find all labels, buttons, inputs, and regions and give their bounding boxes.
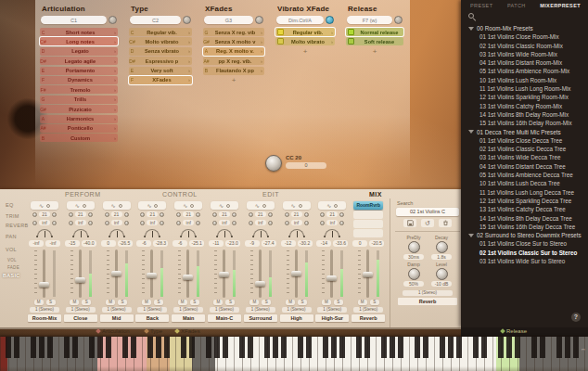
eq-button[interactable]: ∿	[103, 201, 131, 210]
pan-control[interactable]	[181, 229, 196, 237]
preset-list-item[interactable]: 02 1st Violins Classic Sur to Stereo	[461, 249, 588, 257]
peak-value[interactable]: -inf	[45, 240, 60, 247]
articulation-chip[interactable]: DLegato›	[40, 47, 118, 56]
midi-learn-icon[interactable]	[326, 16, 334, 24]
peak-value[interactable]: -30.2	[298, 240, 313, 247]
legend-tag-articulation[interactable]: Articulation	[96, 328, 130, 334]
xfades-chip[interactable]: A#pp X reg. vib.›	[203, 57, 264, 65]
send-knob-left[interactable]	[140, 221, 145, 225]
articulation-chip[interactable]: AHarmonics›	[40, 115, 118, 123]
trim-knob-left[interactable]	[140, 212, 145, 217]
mute-button[interactable]: M	[249, 300, 259, 305]
send-knob-left[interactable]	[249, 221, 253, 225]
knob-value[interactable]: -10 dB	[431, 281, 452, 287]
empty-insert-slot[interactable]	[353, 211, 383, 219]
keyswitch-articulation[interactable]	[97, 337, 147, 371]
eq-button[interactable]: ∿	[174, 201, 202, 210]
eq-button[interactable]: ∿	[31, 201, 58, 210]
mixer-tab-edit[interactable]: EDIT	[262, 191, 279, 198]
knob-value[interactable]: 30ms	[403, 254, 424, 260]
mute-button[interactable]: M	[34, 300, 44, 305]
send-knob-right[interactable]	[268, 221, 273, 225]
fader-handle[interactable]	[183, 275, 193, 280]
empty-insert-slot[interactable]	[353, 220, 383, 228]
keyswitch-selector[interactable]: C2	[130, 16, 181, 24]
xfades-chip[interactable]: G#Senza X molto v›	[203, 37, 264, 45]
volume-value[interactable]: -6	[173, 240, 187, 247]
send-knob-right[interactable]	[52, 221, 57, 225]
send-knob-right[interactable]	[339, 221, 344, 225]
preset-list-item[interactable]: 15 1st Violins 16th Delay Room-Mix	[461, 119, 588, 127]
peak-value[interactable]: -40.0	[82, 240, 96, 247]
release-chip[interactable]: Soft release	[346, 37, 403, 45]
send-knob-right[interactable]	[196, 221, 200, 225]
midi-learn-icon[interactable]	[394, 16, 403, 24]
preset-list-item[interactable]: 13 1st Violins Catchy Room-Mix	[461, 102, 588, 110]
output-selector[interactable]: 1 (Stereo)	[173, 307, 203, 313]
type-chip[interactable]: CRegular vib.›	[129, 28, 192, 36]
keyswitch-type[interactable]	[147, 337, 170, 371]
release-chip[interactable]: Normal release	[346, 28, 403, 36]
xfades-chip[interactable]: GSenza X reg. vib›	[203, 28, 264, 36]
keys-playable[interactable]	[215, 337, 496, 371]
mute-button[interactable]: M	[142, 300, 151, 305]
volume-value[interactable]: -11	[209, 240, 224, 247]
output-selector[interactable]: 1 (Stereo)	[30, 307, 59, 313]
preset-list-item[interactable]: 03 1st Violins Wide Decca Tree	[461, 153, 588, 161]
sidebar-tab-patch[interactable]: PATCH	[507, 3, 526, 8]
send-knob-right[interactable]	[304, 221, 309, 225]
send-knob-right[interactable]	[88, 221, 93, 225]
output-selector[interactable]: 1 (Stereo)	[102, 307, 132, 313]
mute-button[interactable]: M	[178, 300, 187, 305]
solo-button[interactable]: S	[82, 300, 91, 305]
eq-button[interactable]: ∿	[318, 201, 346, 210]
trim-knob-right[interactable]	[88, 212, 93, 217]
solo-button[interactable]: S	[370, 300, 379, 305]
mute-button[interactable]: M	[106, 300, 115, 305]
fader-handle[interactable]	[111, 271, 121, 276]
pan-control[interactable]	[37, 229, 52, 237]
eq-button[interactable]: ∿	[247, 201, 275, 210]
sidebar-tab-preset[interactable]: PRESET	[470, 3, 492, 8]
keys-inactive-mid[interactable]	[192, 337, 215, 371]
trim-knob-left[interactable]	[249, 212, 253, 217]
peak-value[interactable]: -26.5	[118, 240, 133, 247]
articulation-chip[interactable]: EPortamento›	[40, 67, 118, 75]
send-knob-left[interactable]	[285, 221, 289, 225]
trim-knob-right[interactable]	[304, 212, 309, 217]
sidebar-tab-mixerpreset[interactable]: MIXERPRESET	[540, 3, 581, 8]
knob-value[interactable]: 50%	[403, 281, 424, 287]
volume-value[interactable]: -12	[281, 240, 296, 247]
mixer-tab-control[interactable]: CONTROL	[162, 191, 198, 198]
pan-control[interactable]	[73, 229, 88, 237]
articulation-chip[interactable]: G#Pizzicato›	[40, 105, 118, 113]
preset-list-item[interactable]: 01 1st Violins Close Decca Tree	[461, 136, 588, 145]
type-chip[interactable]: C#Molto vibrato›	[129, 37, 192, 45]
legend-tag-release[interactable]: Release	[501, 328, 527, 334]
peak-value[interactable]: -33.6	[333, 240, 348, 247]
preset-list-item[interactable]: 02 1st Violins Classic Decca Tree	[461, 145, 588, 153]
fader-handle[interactable]	[326, 275, 337, 281]
trim-knob-left[interactable]	[320, 212, 325, 217]
preset-list-item[interactable]: 01 1st Violins Close Room-Mix	[461, 32, 588, 41]
preset-list-item[interactable]: 14 1st Violins 8th Delay Room-Mix	[461, 110, 588, 119]
keyswitch-selector[interactable]: C1	[41, 16, 107, 24]
articulation-chip[interactable]: A#Ponticello›	[40, 124, 118, 133]
send-knob-right[interactable]	[232, 221, 236, 225]
solo-button[interactable]: S	[225, 300, 235, 305]
add-slot-button[interactable]: +	[343, 47, 406, 56]
preset-list-item[interactable]: 01 1st Violins Close Sur to Stereo	[461, 239, 588, 248]
keyswitch-selector[interactable]: G3	[204, 16, 253, 24]
preset-list-item[interactable]: 11 1st Violins Lush Long Decca Tree	[461, 188, 588, 197]
trim-knob-right[interactable]	[196, 212, 200, 217]
mixer-preset-dropdown[interactable]: 02 1st Violins C	[396, 208, 459, 216]
fader-handle[interactable]	[75, 277, 85, 283]
knob[interactable]	[436, 268, 448, 280]
fader-handle[interactable]	[147, 273, 157, 278]
reverb-insert-slot[interactable]: RoomRvrb	[353, 201, 383, 210]
trim-knob-right[interactable]	[268, 212, 273, 217]
vibrato-xfade-chip[interactable]: Molto vibrato›	[275, 37, 335, 45]
send-knob-left[interactable]	[176, 221, 181, 225]
midi-learn-icon[interactable]	[183, 16, 191, 24]
mixer-tab-mix[interactable]: MIX	[369, 191, 382, 198]
